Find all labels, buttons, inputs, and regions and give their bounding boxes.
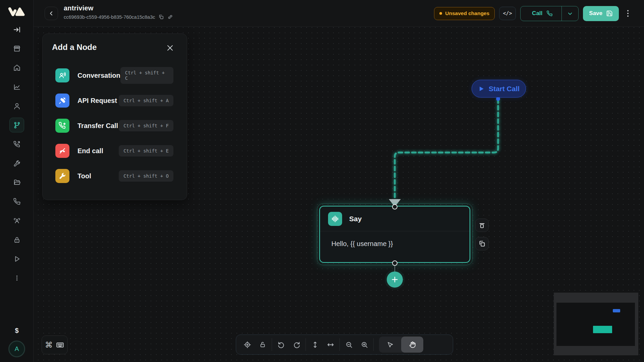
toolbar-divider	[306, 338, 306, 351]
transfer-call-icon	[55, 119, 69, 133]
fit-view-button[interactable]	[239, 337, 255, 352]
minimap-say-node	[593, 326, 612, 333]
call-split-button: Call	[520, 6, 579, 21]
panel-item-label: Tool	[77, 172, 91, 180]
end-call-icon	[55, 144, 69, 158]
copy-id-icon[interactable]	[158, 14, 164, 20]
pan-mode-button[interactable]	[401, 337, 423, 353]
delete-node-button[interactable]	[475, 219, 489, 232]
say-node-output-handle[interactable]	[392, 260, 397, 266]
panel-item-shortcut: Ctrl + shift + A	[119, 95, 173, 106]
save-button[interactable]: Save	[583, 6, 619, 21]
panel-item-api-request[interactable]: API Request Ctrl + shift + A	[55, 93, 173, 108]
expand-vertical-button[interactable]	[307, 337, 323, 352]
node-actions	[475, 219, 489, 250]
api-request-icon	[55, 94, 69, 108]
say-node-input-handle[interactable]	[392, 204, 397, 209]
workflow-title-block: antriview cc69693b-c559-4956-b835-760ca1…	[64, 4, 173, 20]
add-node-panel: Add a Node Conversation Ctrl + shift + C	[42, 34, 187, 200]
undo-icon	[277, 341, 285, 349]
more-options-button[interactable]	[623, 7, 633, 20]
chart-line-icon	[13, 83, 21, 91]
users-icon	[13, 217, 21, 225]
top-bar: antriview cc69693b-c559-4956-b835-760ca1…	[34, 0, 644, 27]
home-icon	[13, 64, 21, 72]
sidebar-nav	[9, 22, 24, 285]
locate-icon	[244, 341, 251, 349]
call-button[interactable]: Call	[521, 6, 561, 21]
sidebar-item-home[interactable]	[9, 60, 24, 75]
panel-item-conversation[interactable]: Conversation Ctrl + shift + C	[55, 68, 173, 83]
panel-item-end-call[interactable]: End call Ctrl + shift + E	[55, 143, 173, 158]
say-node-message[interactable]: Hello, {{ username }}	[320, 231, 470, 256]
save-label: Save	[589, 10, 602, 17]
lock-canvas-button[interactable]	[255, 337, 270, 352]
zoom-in-button[interactable]	[357, 337, 372, 352]
sidebar-item-workflows[interactable]	[9, 118, 24, 132]
say-node-selection-ring: Say Hello, {{ username }}	[317, 203, 473, 265]
unsaved-dot-icon	[439, 12, 442, 15]
panel-item-tool[interactable]: Tool Ctrl + shift + O	[55, 169, 173, 183]
redo-button[interactable]	[289, 337, 304, 352]
zoom-out-button[interactable]	[341, 337, 357, 352]
select-mode-button[interactable]	[379, 337, 401, 353]
undo-button[interactable]	[273, 337, 289, 352]
say-node-title: Say	[349, 215, 362, 223]
toolbar-divider	[339, 338, 340, 351]
sidebar-item-tools[interactable]	[9, 156, 24, 171]
link-icon[interactable]	[167, 14, 173, 20]
panel-item-transfer-call[interactable]: Transfer Call Ctrl + shift + F	[55, 118, 173, 133]
sidebar-item-more[interactable]	[9, 270, 24, 285]
panel-item-shortcut: Ctrl + shift + F	[119, 120, 173, 131]
sidebar-item-vault[interactable]	[9, 232, 24, 247]
call-label: Call	[532, 10, 542, 17]
add-next-node-button[interactable]	[387, 272, 403, 288]
move-horizontal-icon	[327, 341, 334, 349]
save-disk-icon	[606, 10, 613, 17]
sidebar-item-team[interactable]	[9, 213, 24, 228]
toolbar-divider	[272, 338, 272, 351]
sidebar-item-files[interactable]	[9, 175, 24, 190]
view-code-button[interactable]: </>	[499, 7, 516, 20]
sidebar-item-phone[interactable]	[9, 194, 24, 209]
store-icon	[13, 45, 21, 53]
close-panel-button[interactable]	[165, 43, 175, 53]
copy-icon	[478, 240, 486, 247]
sidebar-item-analytics[interactable]	[9, 79, 24, 94]
phone-icon	[546, 10, 553, 17]
sidebar-item-store[interactable]	[9, 41, 24, 56]
expand-horizontal-button[interactable]	[323, 337, 338, 352]
unsaved-changes-badge: Unsaved changes	[434, 7, 495, 20]
workflow-editor: Start Call Say Hello, {{ username }}	[0, 0, 644, 362]
workflow-title: antriview	[64, 4, 173, 12]
billing-item[interactable]: $	[15, 327, 18, 335]
sidebar-item-user[interactable]	[9, 99, 24, 113]
user-avatar[interactable]: A	[8, 341, 25, 357]
chevron-left-icon	[48, 10, 55, 17]
duplicate-node-button[interactable]	[475, 237, 489, 250]
start-call-node[interactable]: Start Call	[472, 80, 526, 98]
minimap[interactable]	[554, 293, 638, 355]
call-options-button[interactable]	[561, 6, 578, 21]
keyboard-icon	[56, 341, 64, 349]
say-node[interactable]: Say Hello, {{ username }}	[319, 206, 470, 263]
code-icon: </>	[503, 10, 512, 16]
keyboard-shortcuts-button[interactable]: ⌘	[42, 336, 68, 354]
back-button[interactable]	[45, 7, 58, 20]
sidebar-item-phone-outgoing[interactable]	[9, 137, 24, 152]
cursor-icon	[387, 341, 394, 348]
command-icon: ⌘	[45, 341, 53, 349]
wrench-icon	[13, 160, 21, 167]
add-node-panel-items: Conversation Ctrl + shift + C API Reques…	[55, 68, 173, 183]
canvas-toolbar	[236, 335, 453, 355]
workflow-id: cc69693b-c559-4956-b835-760ca15c8a3c	[64, 14, 155, 20]
sidebar-item-run[interactable]	[9, 251, 24, 266]
waveform-icon	[328, 212, 342, 226]
tool-icon	[55, 169, 69, 183]
vapi-logo[interactable]	[7, 5, 27, 19]
minimap-viewport	[556, 303, 635, 346]
trash-icon	[478, 222, 486, 229]
sidebar-item-collapse[interactable]	[9, 22, 24, 37]
conversation-icon	[55, 68, 69, 82]
user-icon	[13, 102, 21, 110]
